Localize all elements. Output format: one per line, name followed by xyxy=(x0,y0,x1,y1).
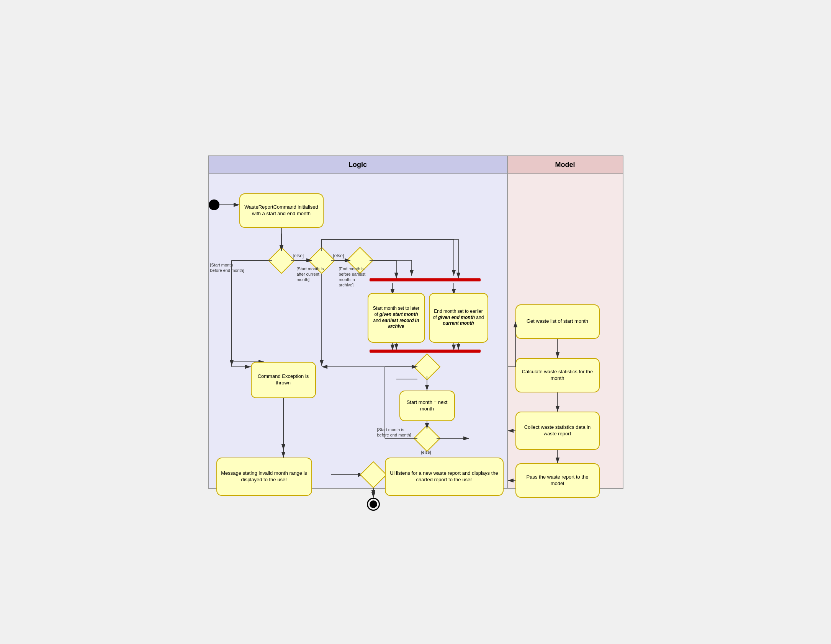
header-model: Model xyxy=(508,156,623,173)
label-else2: [else] xyxy=(333,253,344,258)
model-area: Get waste list of start month Calculate … xyxy=(508,174,623,488)
label-end-before: [End month is before earliest month in a… xyxy=(339,266,370,288)
main-area: WasteReportCommand initialised with a st… xyxy=(209,174,623,488)
end-circle xyxy=(367,498,380,511)
diamond4 xyxy=(417,357,437,376)
end-month-set-node: End month set to earlier of given end mo… xyxy=(429,293,488,343)
logic-area: WasteReportCommand initialised with a st… xyxy=(209,174,508,488)
get-waste-list-node: Get waste list of start month xyxy=(515,304,600,339)
message-invalid-label: Message stating invalid month range is d… xyxy=(220,470,308,483)
diamond1 xyxy=(272,251,291,270)
diamond5 xyxy=(417,429,437,448)
calc-waste-stats-node: Calculate waste statistics for the month xyxy=(515,358,600,392)
pass-waste-report-label: Pass the waste report to the model xyxy=(519,474,596,487)
start-month-next-label: Start month = next month xyxy=(403,399,451,412)
label-start-after: [Start month is after current month] xyxy=(297,266,329,283)
start-circle xyxy=(209,199,219,210)
label-else3: [else] xyxy=(421,450,431,454)
label-loop-check: [Start month is before end month] xyxy=(377,427,416,438)
end-circle-inner xyxy=(370,500,377,508)
command-exception-node: Command Exception is thrown xyxy=(251,362,316,398)
end-month-set-label: End month set to earlier of given end mo… xyxy=(433,309,484,327)
red-bar-bottom xyxy=(370,350,481,353)
red-bar-top xyxy=(370,278,481,281)
start-month-set-label: Start month set to later of given start … xyxy=(371,306,421,329)
label-else1: [else] xyxy=(293,253,304,258)
init-label: WasteReportCommand initialised with a st… xyxy=(244,204,318,217)
diagram-container: Logic Model xyxy=(208,155,623,489)
diamond6 xyxy=(364,465,383,484)
command-exception-label: Command Exception is thrown xyxy=(255,373,312,386)
label-start-before-end: [Start month before end month] xyxy=(210,262,245,273)
collect-waste-stats-label: Collect waste statistics data in waste r… xyxy=(519,424,596,437)
collect-waste-stats-node: Collect waste statistics data in waste r… xyxy=(515,412,600,450)
message-invalid-node: Message stating invalid month range is d… xyxy=(216,458,312,496)
start-month-set-node: Start month set to later of given start … xyxy=(368,293,425,343)
calc-waste-stats-label: Calculate waste statistics for the month xyxy=(519,369,596,382)
header-row: Logic Model xyxy=(209,156,623,174)
ui-listens-node: Ui listens for a new waste report and di… xyxy=(385,458,504,496)
ui-listens-label: Ui listens for a new waste report and di… xyxy=(389,470,500,483)
pass-waste-report-node: Pass the waste report to the model xyxy=(515,463,600,498)
start-month-next-node: Start month = next month xyxy=(399,391,455,421)
get-waste-list-label: Get waste list of start month xyxy=(527,318,588,325)
header-logic: Logic xyxy=(209,156,508,173)
init-node: WasteReportCommand initialised with a st… xyxy=(239,193,324,228)
